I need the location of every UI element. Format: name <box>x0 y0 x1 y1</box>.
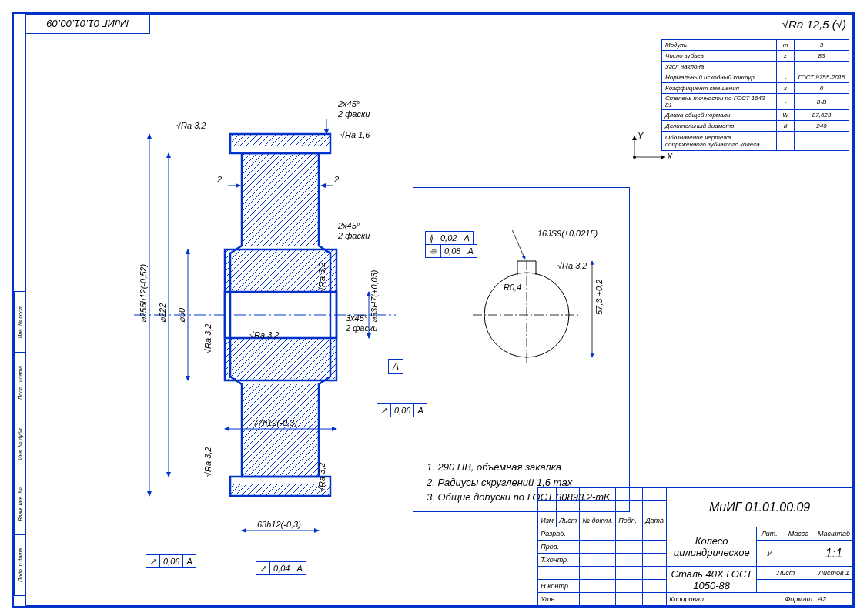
svg-text:2 фаски: 2 фаски <box>337 109 370 119</box>
svg-text:⌀222: ⌀222 <box>158 303 167 323</box>
svg-text:2 фаски: 2 фаски <box>345 323 377 333</box>
coordinate-system-icon: X Y <box>627 134 673 165</box>
svg-text:⌀255h12(-0,52): ⌀255h12(-0,52) <box>139 264 148 323</box>
runout-icon: ↗ <box>146 555 160 567</box>
svg-marker-1 <box>661 155 665 159</box>
fcf-symmetry: ⌯0,08A <box>425 244 477 258</box>
svg-rect-20 <box>225 338 336 380</box>
side-tab: Подп. и дата <box>14 534 25 596</box>
side-tab: Инв. № дубл. <box>14 413 25 474</box>
svg-rect-16 <box>242 153 319 246</box>
global-roughness: √Ra 12,5 (√) <box>782 18 846 31</box>
svg-rect-17 <box>242 384 319 477</box>
keyway-detail: R0,4 57,3 +0,2 16JS9(±0,0215) √Ra 3,2 √R… <box>457 230 627 386</box>
svg-text:√Ra 3,2: √Ra 3,2 <box>317 263 326 292</box>
svg-text:X: X <box>666 152 673 161</box>
svg-text:√Ra 3,2: √Ra 3,2 <box>203 447 213 477</box>
runout-icon: ↗ <box>256 562 270 574</box>
svg-text:2 фаски: 2 фаски <box>337 231 370 240</box>
svg-text:√Ra 3,2: √Ra 3,2 <box>176 121 206 130</box>
svg-text:3x45°: 3x45° <box>346 313 368 323</box>
fcf-runout-1: ↗0,06A <box>146 554 196 568</box>
svg-text:2x45°: 2x45° <box>337 221 360 230</box>
svg-line-61 <box>504 230 525 259</box>
svg-text:2: 2 <box>216 175 222 184</box>
svg-point-4 <box>633 156 636 159</box>
svg-marker-3 <box>632 136 637 140</box>
svg-text:16JS9(±0,0215): 16JS9(±0,0215) <box>537 230 598 238</box>
svg-text:57,3 +0,2: 57,3 +0,2 <box>594 280 604 315</box>
parallel-icon: ∥ <box>426 232 437 244</box>
datum-a: A <box>388 359 403 374</box>
svg-text:√Ra 3,2: √Ra 3,2 <box>249 330 279 340</box>
svg-text:√Ra 3,2: √Ra 3,2 <box>317 463 326 492</box>
side-tab: Инв. № подл. <box>14 291 25 353</box>
gear-section-view: ⌀255h12(-0,52) ⌀222 ⌀90 ⌀53H7(+0,03) 63h… <box>134 92 411 571</box>
svg-rect-12 <box>230 134 330 146</box>
svg-text:√Ra 3,2: √Ra 3,2 <box>557 261 587 270</box>
title-block: МиИГ 01.01.00.09 ИзмЛист№ докум.Подп.Дат… <box>537 487 853 606</box>
svg-text:√Ra 3,2: √Ra 3,2 <box>203 324 213 353</box>
fcf-runout-2: ↗0,04A <box>256 561 306 575</box>
fcf-parallel: ∥0,02A <box>425 231 474 245</box>
svg-text:√Ra 1,6: √Ra 1,6 <box>340 130 370 139</box>
side-tab: Взам. инв. № <box>14 474 25 535</box>
side-tab: Подп. и дата <box>14 352 25 413</box>
svg-text:Y: Y <box>638 131 644 140</box>
runout-icon: ↗ <box>377 404 391 417</box>
binding-tabs: Инв. № подл. Подп. и дата Инв. № дубл. В… <box>14 292 25 605</box>
svg-text:⌀90: ⌀90 <box>177 307 186 323</box>
svg-text:2: 2 <box>333 175 339 184</box>
svg-text:63h12(-0,3): 63h12(-0,3) <box>257 520 301 529</box>
gear-parameter-table: Модульm3 Число зубьевz83 Угол наклона Но… <box>661 39 849 151</box>
svg-text:77h12(-0,3): 77h12(-0,3) <box>253 418 297 427</box>
svg-text:2x45°: 2x45° <box>337 99 360 109</box>
reversed-doc-number: МиИГ 01.01.00.09 <box>25 14 150 34</box>
svg-rect-14 <box>230 484 330 496</box>
symmetry-icon: ⌯ <box>426 245 441 257</box>
svg-text:R0,4: R0,4 <box>504 283 521 292</box>
svg-text:⌀53H7(+0,03): ⌀53H7(+0,03) <box>370 270 379 323</box>
